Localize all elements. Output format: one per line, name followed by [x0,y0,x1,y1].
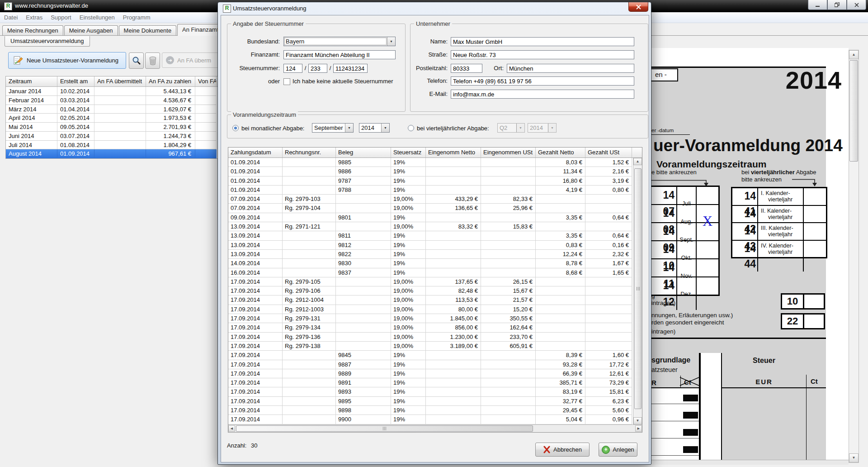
table-row[interactable]: 01.09.2014988619%11,34 €2,16 € [228,167,642,176]
tab-3[interactable]: An Finanzamt [177,24,223,36]
table-row[interactable]: Januar 201410.02.20145.443,13 € [6,87,218,96]
close-button[interactable] [847,0,866,10]
scroll-up-arrow[interactable]: ▲ [633,158,642,165]
table-row[interactable]: 09.09.2014980119%3,35 €0,64 € [228,213,642,222]
table-row[interactable]: 14.09.2014983019%8,78 €1,67 € [228,259,642,268]
table-row[interactable]: 17.09.2014988719%93,28 €17,72 € [228,360,642,369]
table-row[interactable]: 13.09.2014981119%3,35 €0,64 € [228,231,642,240]
table-row[interactable]: Februar 201403.03.20144.536,67 € [6,96,218,105]
table-row[interactable]: 07.09.2014Rg. 2979-10319,00%433,29 €82,3… [228,195,642,204]
search-button[interactable] [129,52,144,69]
column-header[interactable]: Steuersatz [391,148,426,157]
menu-item-4[interactable]: Programm [119,12,155,23]
scroll-up-arrow[interactable]: ▲ [849,50,859,59]
table-row[interactable]: 17.09.2014Rg. 2979-13419,00%856,00 €162,… [228,323,642,332]
tab-1[interactable]: Meine Ausgaben [64,25,118,36]
column-header[interactable]: Eingenommen USt [481,148,536,157]
table-row[interactable]: 17.09.2014Rg. 2979-10619,00%82,48 €15,67… [228,286,642,295]
table-row[interactable]: 17.09.2014Rg. 2979-10519,00%137,65 €26,1… [228,277,642,286]
menu-item-1[interactable]: Extras [22,12,47,23]
bookings-v-scrollbar[interactable]: ▲ ▼ [633,158,642,424]
pdf-scrollbar[interactable]: ▲ ▼ [849,50,859,463]
column-header[interactable]: An FA übermittelt [94,76,146,86]
column-header[interactable]: Beleg [336,148,391,157]
table-row[interactable]: März 201401.04.20141.629,07 € [6,105,218,114]
table-row[interactable]: 07.09.2014Rg. 2979-10419,00%136,65 €25,9… [228,204,642,213]
tab-2[interactable]: Meine Dokumente [119,25,177,36]
plz-input[interactable] [451,64,482,73]
table-row[interactable]: 01.09.2014978719%16,80 €3,19 € [228,176,642,186]
quarterly-radio[interactable] [408,125,414,131]
ort-input[interactable] [507,64,634,73]
name-input[interactable] [451,37,634,46]
table-row[interactable]: 17.09.2014984519%8,39 €1,60 € [228,351,642,360]
scrollbar-thumb[interactable] [849,60,858,162]
chevron-down-icon[interactable]: ▼ [345,124,353,132]
steuernummer-part2-input[interactable] [308,64,327,73]
column-header[interactable]: Zahlungsdatum [228,148,283,157]
restore-button[interactable] [827,0,847,10]
tab-umsatzsteuervoranmeldung[interactable]: Umsatzsteuervoranmeldung [5,36,90,47]
table-row[interactable]: 17.09.2014Rg. 2912-100319,00%80,00 €15,2… [228,305,642,314]
table-row[interactable]: 17.09.2014989119%385,71 €73,29 € [228,378,642,387]
scroll-down-arrow[interactable]: ▼ [633,417,642,424]
menu-item-2[interactable]: Support [47,12,75,23]
table-row[interactable]: Juni 201403.07.20141.244,73 € [6,132,218,141]
month-year-select[interactable]: 2014▼ [359,123,390,133]
table-row[interactable]: 16.09.2014983719%8,68 €1,65 € [228,268,642,277]
tab-0[interactable]: Meine Rechnungen [2,25,63,36]
column-header[interactable]: Rechnungsnr. [283,148,336,157]
column-header[interactable]: Gezahlt Netto [536,148,585,157]
delete-button[interactable] [145,52,160,69]
column-header[interactable]: Zeitraum [6,76,57,86]
table-row[interactable]: 17.09.2014Rg. 2912-100419,00%113,53 €21,… [228,295,642,305]
table-row[interactable]: 17.09.2014Rg. 2979-13619,00%1.230,00 €23… [228,333,642,342]
monthly-radio[interactable] [232,125,239,131]
steuernummer-part1-input[interactable] [283,64,302,73]
table-row[interactable]: 01.09.2014988519%8,03 €1,52 € [228,158,642,167]
scroll-down-arrow[interactable]: ▼ [849,453,859,462]
table-row[interactable]: 13.09.2014982219%12,24 €2,32 € [228,250,642,259]
month-select[interactable]: September▼ [312,123,354,133]
new-voranmeldung-button[interactable]: Neue Umsatzsteuer-Voranmeldung [8,52,126,69]
table-row[interactable]: Mai 201409.05.20142.701,93 € [6,123,218,132]
create-button[interactable]: + Anlegen [599,443,637,457]
cancel-button[interactable]: Abbrechen [535,443,590,457]
strasse-input[interactable] [451,50,634,59]
menu-item-0[interactable]: Datei [0,12,22,23]
table-row[interactable]: 01.09.2014978819%4,19 €0,80 € [228,186,642,195]
table-row[interactable]: 17.09.2014989819%29,45 €5,60 € [228,406,642,415]
column-header[interactable]: Erstellt am [57,76,94,86]
column-header[interactable]: Eingenomm Netto [426,148,481,157]
dialog-close-button[interactable] [628,2,648,12]
table-row[interactable]: 13.09.2014Rg. 2971-12119,00%83,32 €15,83… [228,222,642,231]
no-tax-number-checkbox[interactable] [283,78,290,85]
email-input[interactable] [451,90,634,99]
table-row[interactable]: 17.09.2014989519%32,77 €6,23 € [228,397,642,406]
table-row[interactable]: 17.09.2014989319%83,19 €15,81 € [228,387,642,396]
table-row[interactable]: 17.09.2014Rg. 2979-13819,00%3.189,00 €60… [228,342,642,351]
scroll-right-arrow[interactable]: ▶ [635,425,642,432]
minimize-button[interactable] [808,0,827,10]
cell [536,204,585,213]
table-row[interactable]: April 201402.05.20141.973,53 € [6,114,218,123]
menu-item-3[interactable]: Einstellungen [75,12,119,23]
table-row[interactable]: 13.09.2014981219%0,83 €0,16 € [228,241,642,250]
table-row[interactable]: 17.09.2014988919%66,39 €12,61 € [228,369,642,378]
table-row[interactable]: 17.09.2014990019%5,04 €0,96 € [228,415,642,424]
bundesland-select[interactable]: Bayern▼ [283,37,396,46]
scrollbar-thumb[interactable] [236,425,533,432]
steuernummer-part3-input[interactable] [333,64,368,73]
table-row[interactable]: 17.09.2014Rg. 2979-13119,00%1.845,00 €35… [228,314,642,323]
finanzamt-input[interactable] [283,50,396,59]
scroll-left-arrow[interactable]: ◀ [228,425,235,432]
scrollbar-thumb[interactable] [634,168,642,409]
telefon-input[interactable] [451,76,634,86]
column-header[interactable]: Gezahlt USt [585,148,632,157]
table-row[interactable]: Juli 201401.08.20141.804,29 € [6,141,218,150]
bookings-h-scrollbar[interactable]: ◀ ▶ [228,424,642,432]
table-row[interactable]: August 201401.09.2014967,61 € [6,149,218,158]
column-header[interactable]: Von FA [195,76,217,86]
chevron-down-icon[interactable]: ▼ [381,124,389,132]
column-header[interactable]: An FA zu zahlen [146,76,195,86]
